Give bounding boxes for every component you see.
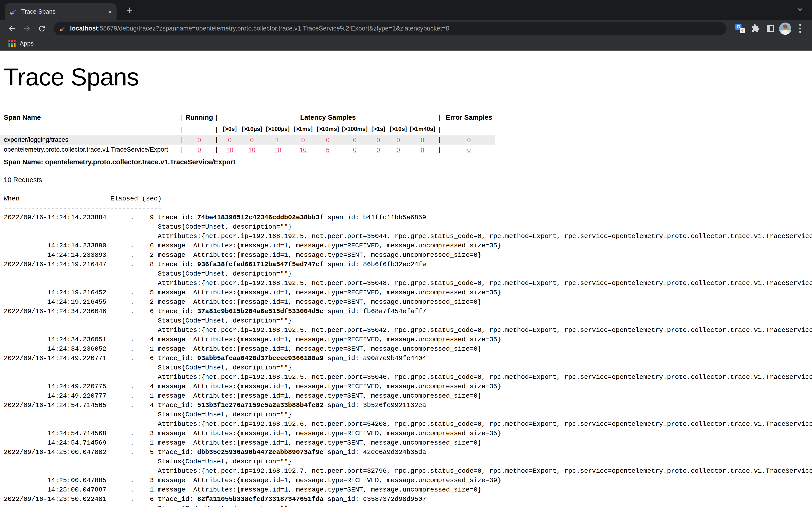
tab-strip: Trace Spans × + — [0, 0, 812, 20]
forward-button[interactable] — [21, 22, 33, 35]
latency-count-link[interactable]: 10 — [300, 146, 307, 153]
span-name-cell: exporter/logging/traces — [0, 135, 179, 145]
latency-bucket-label: [>1ms] — [291, 123, 315, 135]
requests-count: 10 Requests — [4, 176, 812, 183]
error-count-link[interactable]: 0 — [467, 146, 471, 153]
latency-count-link[interactable]: 0 — [420, 146, 424, 153]
column-separator: | — [213, 123, 220, 135]
table-row: opentelemetry.proto.collector.trace.v1.T… — [0, 145, 495, 155]
browser-menu-icon[interactable] — [794, 23, 806, 34]
span-summary-table: Span Name|Running|Latency Samples|Error … — [0, 111, 495, 155]
browser-toolbar: localhost:55679/debug/tracez?zspanname=o… — [0, 20, 812, 37]
error-count-link[interactable]: 0 — [467, 136, 471, 144]
latency-bucket-label: [>0s] — [220, 123, 240, 135]
latency-count-link[interactable]: 0 — [326, 136, 329, 144]
address-bar[interactable]: localhost:55679/debug/tracez?zspanname=o… — [54, 22, 726, 35]
url-text: localhost:55679/debug/tracez?zspanname=o… — [70, 25, 449, 32]
bucket-header-row: ||[>0s][>10µs][>100µs][>1ms][>10ms][>100… — [0, 123, 495, 135]
latency-bucket-label: [>1s] — [369, 123, 388, 135]
column-separator: | — [213, 111, 220, 123]
column-separator: | — [436, 145, 443, 155]
column-separator: | — [213, 145, 220, 155]
latency-count-link[interactable]: 0 — [396, 146, 400, 153]
latency-count-link[interactable]: 0 — [228, 136, 232, 144]
column-separator: | — [436, 123, 443, 135]
table-header-row: Span Name|Running|Latency Samples|Error … — [0, 111, 495, 123]
side-panel-icon[interactable] — [764, 23, 776, 34]
new-tab-button[interactable]: + — [123, 4, 136, 17]
latency-bucket-label: [>10ms] — [315, 123, 341, 135]
apps-grid-icon — [8, 40, 15, 47]
table-row: exporter/logging/traces|0|001000000|0 — [0, 135, 495, 145]
running-count-link[interactable]: 0 — [197, 136, 201, 144]
latency-count-link[interactable]: 10 — [226, 146, 233, 153]
latency-count-link[interactable]: 0 — [376, 146, 380, 153]
telescope-favicon-icon — [9, 8, 17, 15]
latency-count-link[interactable]: 0 — [420, 136, 424, 144]
column-separator: | — [436, 111, 443, 123]
extensions-puzzle-icon[interactable] — [749, 23, 761, 34]
latency-bucket-label: [>100ms] — [341, 123, 369, 135]
browser-window: Trace Spans × + localhost:556 — [0, 0, 812, 507]
latency-count-link[interactable]: 0 — [353, 146, 356, 153]
latency-count-link[interactable]: 0 — [353, 136, 356, 144]
column-separator: | — [179, 145, 185, 155]
latency-count-link[interactable]: 0 — [250, 136, 254, 144]
tab-close-icon[interactable]: × — [108, 8, 112, 15]
chevron-down-icon[interactable] — [797, 6, 804, 15]
column-separator: | — [179, 135, 185, 145]
latency-count-link[interactable]: 10 — [248, 146, 255, 153]
reload-icon[interactable] — [36, 22, 48, 35]
selected-span-heading: Span Name: opentelemetry.proto.collector… — [4, 158, 812, 166]
url-host: localhost — [70, 25, 98, 32]
latency-count-link[interactable]: 1 — [276, 136, 280, 144]
running-count-link[interactable]: 0 — [197, 146, 201, 153]
translate-icon[interactable]: G文 — [734, 23, 746, 34]
bookmarks-bar: Apps — [0, 37, 812, 51]
latency-bucket-label: [>10µs] — [240, 123, 264, 135]
url-path: :55679/debug/tracez?zspanname=openteleme… — [98, 25, 450, 32]
latency-count-link[interactable]: 10 — [274, 146, 281, 153]
column-separator: | — [179, 111, 185, 123]
column-separator: | — [179, 123, 185, 135]
telescope-favicon-icon — [59, 25, 66, 32]
col-span-name: Span Name — [0, 111, 179, 123]
latency-count-link[interactable]: 0 — [396, 136, 400, 144]
tab-title: Trace Spans — [21, 8, 104, 15]
back-button[interactable] — [6, 22, 18, 35]
latency-count-link[interactable]: 0 — [301, 136, 305, 144]
profile-avatar[interactable] — [779, 23, 791, 34]
column-separator: | — [436, 135, 443, 145]
col-running: Running — [185, 111, 213, 123]
page-title: Trace Spans — [4, 64, 812, 91]
latency-bucket-label: [>1m40s] — [409, 123, 436, 135]
trace-listing: When Elapsed (sec) ---------------------… — [4, 194, 812, 507]
column-separator: | — [213, 135, 220, 145]
col-error-samples: Error Samples — [443, 111, 495, 123]
latency-count-link[interactable]: 5 — [326, 146, 329, 153]
span-name-cell: opentelemetry.proto.collector.trace.v1.T… — [0, 145, 179, 155]
latency-bucket-label: [>100µs] — [264, 123, 291, 135]
page-content: Trace Spans Span Name|Running|Latency Sa… — [0, 51, 812, 507]
col-latency-samples: Latency Samples — [220, 111, 436, 123]
latency-count-link[interactable]: 0 — [376, 136, 380, 144]
latency-bucket-label: [>10s] — [388, 123, 409, 135]
browser-tab[interactable]: Trace Spans × — [5, 3, 116, 20]
bookmark-apps[interactable]: Apps — [20, 40, 34, 47]
